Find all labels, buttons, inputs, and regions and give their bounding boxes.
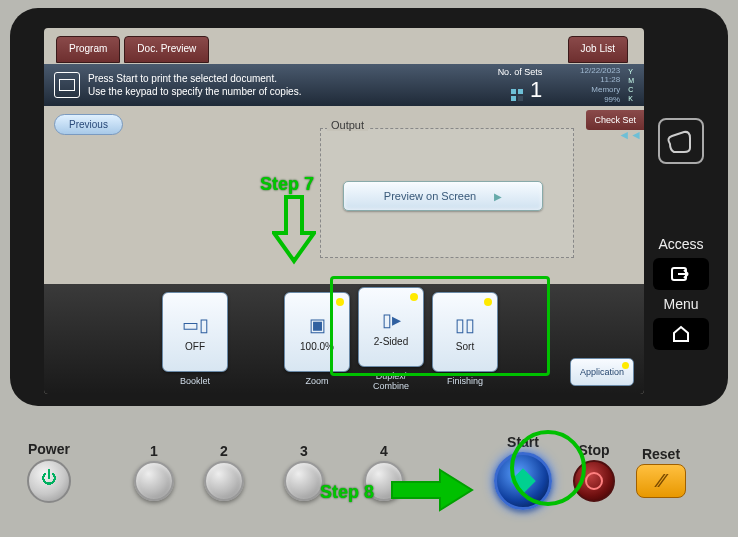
toner-m: M [628, 77, 634, 84]
preset2-label: 2 [220, 443, 228, 459]
nfc-hand-icon [658, 118, 704, 164]
rewind-icon[interactable]: ◄◄ [618, 128, 642, 142]
toner-indicators: Y M C K [628, 68, 634, 102]
menu-button[interactable] [653, 318, 709, 350]
top-nav: Program Doc. Preview Job List [44, 36, 644, 63]
toner-c: C [628, 86, 634, 93]
zoom-label: Zoom [305, 376, 328, 386]
sets-block: No. of Sets 1 [498, 67, 543, 103]
finishing-label: Finishing [447, 376, 483, 386]
booklet-group: ▭▯ OFF Booklet [162, 292, 228, 386]
annotation-step8: Step 8 [320, 482, 374, 503]
zoom-icon: ▣ [309, 313, 326, 337]
side-panel: Access Menu [646, 118, 716, 350]
preset1-label: 1 [150, 443, 158, 459]
tab-program[interactable]: Program [56, 36, 120, 63]
preset1-button[interactable] [134, 461, 174, 501]
tab-job-list[interactable]: Job List [568, 36, 628, 63]
sets-grid-icon [511, 89, 523, 101]
status-block: 12/22/2023 11:28 Memory 99% [562, 66, 620, 104]
reset-label: Reset [642, 446, 680, 462]
annotation-arrow-right [390, 468, 476, 512]
sets-label: No. of Sets [498, 67, 543, 77]
indicator-dot [622, 362, 629, 369]
application-button[interactable]: Application [570, 358, 634, 386]
power-button[interactable] [27, 459, 71, 503]
check-settings-button[interactable]: Check Set [586, 110, 644, 130]
preview-label: Preview on Screen [384, 190, 476, 202]
hardware-row: Power 1 2 3 4 Start Stop Reset ⁄⁄ [14, 422, 724, 522]
booklet-icon: ▭▯ [182, 313, 209, 337]
access-label: Access [658, 236, 703, 252]
power-label: Power [28, 441, 70, 457]
chevron-right-icon: ▶ [494, 191, 502, 202]
access-button[interactable] [653, 258, 709, 290]
annotation-arrow-down [272, 195, 316, 265]
annotation-circle-start [510, 430, 586, 506]
preview-on-screen-button[interactable]: Preview on Screen ▶ [343, 181, 543, 211]
output-panel: Output Preview on Screen ▶ [320, 128, 574, 258]
instruction-bar: Press Start to print the selected docume… [44, 64, 644, 106]
status-memory-value: 99% [562, 95, 620, 105]
document-icon [54, 72, 80, 98]
toner-k: K [628, 95, 634, 102]
instruction-line1: Press Start to print the selected docume… [88, 72, 301, 85]
output-title: Output [327, 119, 368, 131]
instruction-line2: Use the keypad to specify the number of … [88, 85, 301, 98]
tab-doc-preview[interactable]: Doc. Preview [124, 36, 209, 63]
toner-y: Y [628, 68, 634, 75]
previous-button[interactable]: Previous [54, 114, 123, 135]
preset3-label: 3 [300, 443, 308, 459]
booklet-button[interactable]: ▭▯ OFF [162, 292, 228, 372]
zoom-value: 100.0% [300, 341, 334, 352]
booklet-value: OFF [185, 341, 205, 352]
status-time: 11:28 [562, 75, 620, 85]
annotation-box-settings [330, 276, 550, 376]
reset-button[interactable]: ⁄⁄ [636, 464, 686, 498]
status-memory-label: Memory [562, 85, 620, 95]
preset4-label: 4 [380, 443, 388, 459]
preset2-button[interactable] [204, 461, 244, 501]
instruction-text: Press Start to print the selected docume… [88, 72, 301, 98]
booklet-label: Booklet [180, 376, 210, 386]
preset3-button[interactable] [284, 461, 324, 501]
menu-label: Menu [663, 296, 698, 312]
application-label: Application [580, 367, 624, 377]
status-date: 12/22/2023 [562, 66, 620, 76]
annotation-step7: Step 7 [260, 174, 314, 195]
sets-value: 1 [530, 77, 542, 103]
